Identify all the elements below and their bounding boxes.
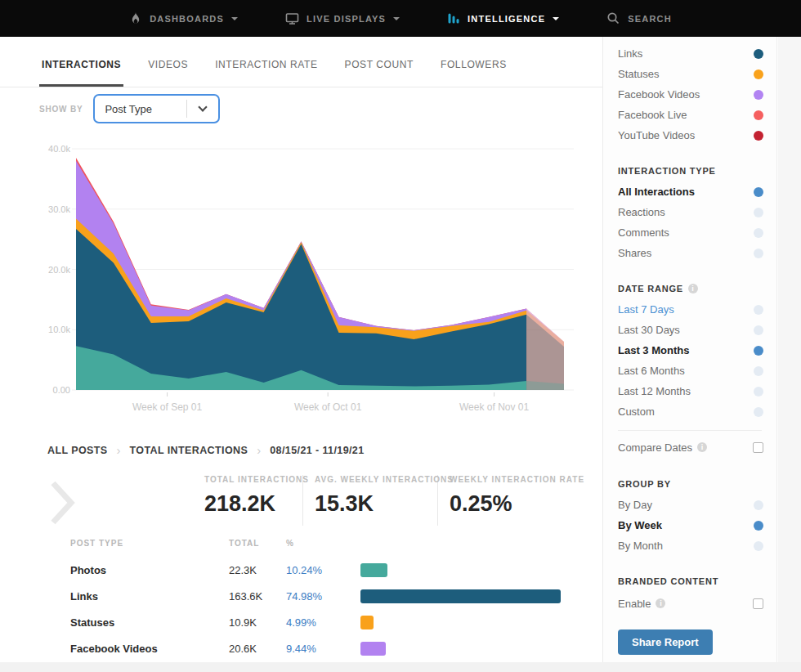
svg-text:40.0k: 40.0k [48, 144, 70, 154]
radio-dot[interactable] [754, 325, 763, 335]
radio-dot[interactable] [754, 407, 763, 417]
radio-dot[interactable] [754, 366, 763, 376]
radio-dot[interactable] [754, 187, 763, 197]
option-label: Last 3 Months [618, 344, 689, 356]
nav-item-intelligence[interactable]: INTELLIGENCE [447, 11, 559, 25]
option-last-6-months[interactable]: Last 6 Months [618, 361, 776, 381]
option-by-week[interactable]: By Week [618, 515, 776, 535]
tab-post-count[interactable]: POST COUNT [342, 45, 416, 87]
radio-dot[interactable] [754, 69, 763, 79]
stat-label: TOTAL INTERACTIONS [204, 475, 309, 484]
svg-text:30.0k: 30.0k [48, 204, 70, 214]
radio-dot[interactable] [754, 131, 763, 141]
option-by-day[interactable]: By Day [618, 495, 776, 515]
section-title-branded-content: BRANDED CONTENT [618, 576, 776, 586]
option-label: By Week [618, 519, 662, 531]
legend-item-facebook-live[interactable]: Facebook Live [618, 105, 776, 125]
post-type-percent[interactable]: 10.24% [286, 564, 360, 576]
nav-item-search[interactable]: SEARCH [606, 11, 672, 25]
post-type-total: 22.3K [229, 564, 286, 576]
checkbox-label: Enable [618, 598, 651, 610]
expand-chevron-icon[interactable] [49, 480, 77, 526]
stat-label: AVG. WEEKLY INTERACTIONS [315, 475, 454, 484]
svg-text:Week of Sep 01: Week of Sep 01 [132, 401, 202, 413]
radio-dot[interactable] [754, 228, 763, 238]
option-label: Last 30 Days [618, 324, 680, 336]
option-comments[interactable]: Comments [618, 222, 776, 243]
legend-item-facebook-videos[interactable]: Facebook Videos [618, 84, 776, 105]
column-header: % [286, 539, 360, 548]
radio-dot[interactable] [754, 90, 763, 100]
breadcrumb-item-all-posts[interactable]: ALL POSTS [47, 445, 108, 456]
radio-dot[interactable] [754, 249, 763, 258]
checkbox-compare-dates[interactable] [753, 442, 763, 453]
radio-dot[interactable] [754, 49, 763, 59]
option-shares[interactable]: Shares [618, 243, 776, 263]
metric-tabs: INTERACTIONSVIDEOSINTERACTION RATEPOST C… [0, 45, 602, 87]
stat-value: 218.2K [204, 491, 309, 517]
svg-text:Week of Nov 01: Week of Nov 01 [459, 401, 529, 413]
chevron-down-icon [553, 17, 559, 20]
checkbox-enable[interactable] [753, 598, 763, 609]
breadcrumb: ALL POSTS›TOTAL INTERACTIONS›08/15/21 - … [47, 443, 365, 457]
option-label: Links [618, 47, 642, 60]
option-by-month[interactable]: By Month [618, 535, 776, 556]
post-type-percent[interactable]: 9.44% [286, 643, 360, 655]
radio-dot[interactable] [754, 521, 763, 531]
breadcrumb-item-08-15-21-11-19-21[interactable]: 08/15/21 - 11/19/21 [270, 445, 364, 456]
radio-dot[interactable] [754, 387, 763, 396]
radio-dot[interactable] [754, 500, 763, 510]
option-last-12-months[interactable]: Last 12 Months [618, 381, 776, 401]
radio-dot[interactable] [754, 110, 763, 120]
chevron-down-icon [187, 107, 218, 110]
tab-interactions[interactable]: INTERACTIONS [39, 45, 123, 87]
show-by-label: SHOW BY [39, 105, 83, 114]
post-type-name: Links [70, 590, 229, 603]
section-title-date-range: DATE RANGE [618, 284, 776, 293]
search-icon [606, 11, 620, 25]
legend-item-youtube-videos[interactable]: YouTube Videos [618, 125, 776, 146]
post-type-name: Photos [70, 564, 229, 576]
nav-item-dashboards[interactable]: DASHBOARDS [129, 11, 238, 25]
stat-total-interactions: TOTAL INTERACTIONS218.2K [204, 475, 309, 517]
stat-value: 0.25% [450, 491, 584, 517]
option-label: Last 7 Days [618, 303, 674, 316]
checkbox-label: Compare Dates [618, 441, 692, 454]
legend-item-statuses[interactable]: Statuses [618, 64, 776, 84]
post-type-total: 163.6K [229, 590, 286, 603]
post-type-percent[interactable]: 74.98% [286, 590, 360, 603]
post-type-percent[interactable]: 4.99% [286, 616, 360, 629]
option-last-30-days[interactable]: Last 30 Days [618, 320, 776, 340]
radio-dot[interactable] [754, 305, 763, 315]
share-report-button[interactable]: Share Report [618, 629, 713, 655]
legend-item-links[interactable]: Links [618, 43, 776, 64]
info-icon[interactable] [656, 598, 665, 608]
tab-followers[interactable]: FOLLOWERS [438, 45, 509, 87]
info-icon[interactable] [688, 284, 698, 293]
nav-item-live-displays[interactable]: LIVE DISPLAYS [285, 12, 400, 25]
option-all-interactions[interactable]: All Interactions [618, 181, 776, 202]
nav-item-label: LIVE DISPLAYS [307, 14, 386, 24]
tab-interaction-rate[interactable]: INTERACTION RATE [213, 45, 320, 87]
option-last-3-months[interactable]: Last 3 Months [618, 340, 776, 361]
show-by-dropdown[interactable]: Post Type [93, 94, 220, 123]
radio-dot[interactable] [754, 208, 763, 217]
info-icon[interactable] [697, 442, 707, 452]
option-label: Facebook Videos [618, 88, 700, 101]
option-reactions[interactable]: Reactions [618, 202, 776, 222]
option-label: Reactions [618, 206, 665, 218]
option-label: Last 6 Months [618, 365, 685, 377]
section-title-text: GROUP BY [618, 479, 671, 489]
option-custom[interactable]: Custom [618, 401, 776, 422]
section-title-text: BRANDED CONTENT [618, 576, 718, 586]
row-compare-dates[interactable]: Compare Dates [618, 436, 776, 459]
post-type-total: 20.6K [229, 643, 286, 655]
option-last-7-days[interactable]: Last 7 Days [618, 299, 776, 320]
radio-dot[interactable] [754, 346, 763, 356]
row-enable[interactable]: Enable [618, 592, 776, 615]
breadcrumb-item-total-interactions[interactable]: TOTAL INTERACTIONS [130, 445, 248, 456]
stat-value: 15.3K [315, 491, 454, 517]
tab-videos[interactable]: VIDEOS [145, 45, 190, 87]
radio-dot[interactable] [754, 541, 763, 551]
column-header: TOTAL [229, 539, 286, 548]
